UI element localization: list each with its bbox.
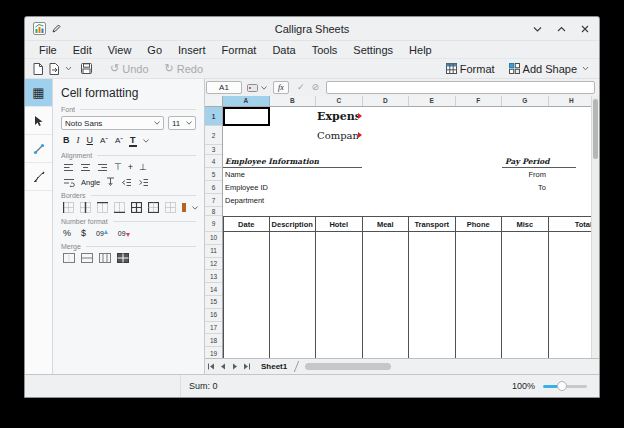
- cancel-formula-icon[interactable]: ⊘: [312, 81, 320, 94]
- row-header-9[interactable]: 9: [205, 216, 222, 232]
- calligraphy-tool[interactable]: [25, 163, 52, 191]
- merge-vertical-button[interactable]: [99, 253, 111, 263]
- named-area-icon[interactable]: [247, 84, 258, 92]
- row-header-18[interactable]: 18: [205, 334, 222, 347]
- cell-a7-department[interactable]: Department: [225, 194, 264, 207]
- align-right-button[interactable]: [97, 163, 108, 172]
- indent-decrease-button[interactable]: [121, 178, 132, 187]
- open-dropdown-chevron-icon[interactable]: [65, 66, 72, 71]
- menu-tools[interactable]: Tools: [304, 41, 346, 59]
- column-header-d[interactable]: D: [363, 96, 410, 106]
- first-sheet-button[interactable]: [205, 361, 217, 373]
- menu-edit[interactable]: Edit: [65, 41, 100, 59]
- undo-button[interactable]: ↺ Undo: [110, 63, 149, 75]
- save-button[interactable]: [81, 63, 92, 74]
- vertical-text-button[interactable]: [106, 177, 115, 187]
- column-header-b[interactable]: B: [270, 96, 317, 106]
- column-header-e[interactable]: E: [409, 96, 456, 106]
- table-column-date[interactable]: [223, 232, 270, 358]
- menu-insert[interactable]: Insert: [170, 41, 214, 59]
- table-column-hotel[interactable]: [316, 232, 363, 358]
- currency-format-button[interactable]: $: [81, 228, 86, 238]
- unmerge-cells-button[interactable]: [117, 253, 129, 263]
- table-column-transport[interactable]: [409, 232, 456, 358]
- cell-g6-to[interactable]: To: [502, 181, 546, 194]
- percent-format-button[interactable]: %: [63, 228, 71, 238]
- italic-button[interactable]: I: [77, 135, 80, 146]
- column-header-f[interactable]: F: [456, 96, 503, 106]
- menu-file[interactable]: File: [31, 41, 65, 59]
- column-header-c[interactable]: C: [316, 96, 363, 106]
- underline-button[interactable]: U: [87, 135, 94, 146]
- row-header-11[interactable]: 11: [205, 245, 222, 258]
- row-header-16[interactable]: 16: [205, 309, 222, 322]
- border-top-button[interactable]: [97, 202, 108, 213]
- select-all-corner[interactable]: [205, 96, 223, 106]
- font-family-select[interactable]: Noto Sans: [61, 116, 164, 130]
- new-document-button[interactable]: [33, 63, 43, 75]
- row-headers[interactable]: 12345678910111213141516171819: [205, 107, 223, 358]
- row-header-15[interactable]: 15: [205, 296, 222, 309]
- table-column-total[interactable]: [549, 232, 596, 358]
- row-header-17[interactable]: 17: [205, 322, 222, 335]
- named-area-chevron-icon[interactable]: [261, 86, 267, 90]
- zoom-slider-thumb[interactable]: [557, 381, 567, 391]
- formula-function-button[interactable]: fx: [273, 81, 289, 94]
- table-column-description[interactable]: [270, 232, 317, 358]
- border-bottom-button[interactable]: [114, 202, 125, 213]
- vertical-scrollbar-thumb[interactable]: [593, 99, 598, 159]
- format-button[interactable]: Format: [446, 63, 495, 75]
- text-color-chevron-icon[interactable]: [143, 139, 149, 143]
- menu-help[interactable]: Help: [401, 41, 440, 59]
- row-header-8[interactable]: 8: [205, 207, 222, 216]
- row-header-2[interactable]: 2: [205, 126, 222, 145]
- zoom-slider[interactable]: [543, 381, 587, 391]
- border-left-button[interactable]: [63, 202, 74, 213]
- border-none-button[interactable]: [165, 202, 176, 213]
- close-button[interactable]: [579, 23, 591, 35]
- merge-horizontal-button[interactable]: [81, 253, 93, 263]
- menu-data[interactable]: Data: [264, 41, 303, 59]
- vertical-scrollbar[interactable]: [591, 96, 599, 358]
- previous-sheet-button[interactable]: [217, 361, 229, 373]
- cell-g5-from[interactable]: From: [502, 168, 546, 181]
- row-header-10[interactable]: 10: [205, 232, 222, 245]
- row-header-6[interactable]: 6: [205, 181, 222, 194]
- cell-a6-employee-id[interactable]: Employee ID: [225, 181, 268, 194]
- angle-button[interactable]: Angle: [81, 178, 100, 187]
- apply-formula-icon[interactable]: ✓: [297, 81, 305, 94]
- column-header-h[interactable]: H: [549, 96, 596, 106]
- expense-table-header-row[interactable]: DateDescriptionHotelMealTransportPhoneMi…: [223, 216, 596, 232]
- cell-a5-name[interactable]: Name: [225, 168, 245, 181]
- align-left-button[interactable]: [63, 163, 74, 172]
- indent-increase-button[interactable]: [138, 178, 149, 187]
- table-column-meal[interactable]: [363, 232, 410, 358]
- column-header-a[interactable]: A: [223, 96, 270, 106]
- bold-button[interactable]: B: [63, 135, 70, 146]
- align-top-button[interactable]: ⊤: [114, 162, 122, 173]
- menu-view[interactable]: View: [100, 41, 140, 59]
- merge-cells-button[interactable]: [63, 253, 75, 263]
- border-vertical-center-button[interactable]: [80, 202, 91, 213]
- menu-format[interactable]: Format: [214, 41, 265, 59]
- formula-input[interactable]: [326, 81, 595, 94]
- cell-c1-expense[interactable]: Expense: [317, 107, 358, 126]
- row-header-5[interactable]: 5: [205, 168, 222, 181]
- shape-selection-tool[interactable]: [25, 107, 52, 135]
- border-color-button[interactable]: [182, 203, 186, 212]
- increase-precision-button[interactable]: 09: [96, 230, 108, 237]
- cell-c2-company[interactable]: Compan: [317, 126, 358, 145]
- row-header-3[interactable]: 3: [205, 145, 222, 155]
- row-header-12[interactable]: 12: [205, 258, 222, 271]
- align-middle-button[interactable]: +: [128, 162, 133, 173]
- cell-reference-box[interactable]: A1: [206, 81, 242, 94]
- connector-tool[interactable]: [25, 135, 52, 163]
- expense-table-body-columns[interactable]: [223, 232, 596, 358]
- column-headers[interactable]: ABCDEFGH: [205, 96, 599, 107]
- cell-grid[interactable]: 12345678910111213141516171819 Expense Co…: [205, 107, 599, 358]
- cell-formatting-tool[interactable]: ▦: [25, 79, 52, 107]
- column-header-g[interactable]: G: [502, 96, 549, 106]
- open-document-button[interactable]: [49, 63, 59, 75]
- table-column-phone[interactable]: [456, 232, 503, 358]
- maximize-button[interactable]: [555, 23, 567, 35]
